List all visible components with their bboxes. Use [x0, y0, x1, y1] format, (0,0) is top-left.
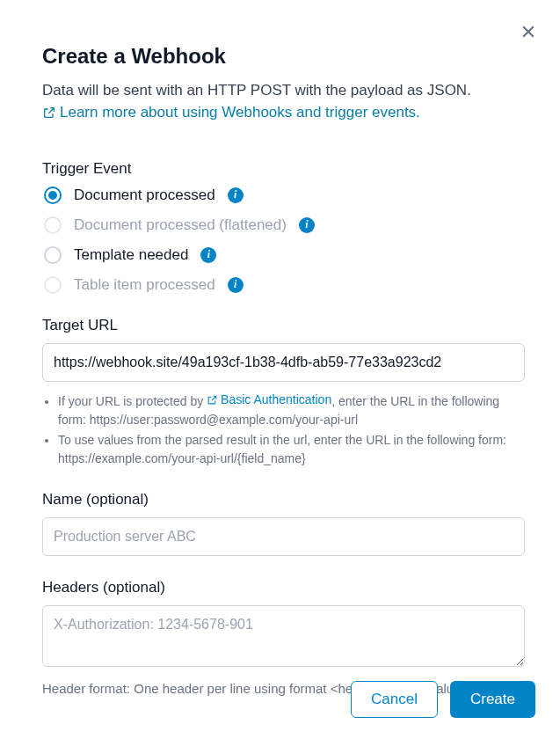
- target-url-input[interactable]: [42, 343, 525, 382]
- headers-textarea[interactable]: [42, 605, 525, 667]
- name-label: Name (optional): [42, 491, 525, 509]
- headers-label: Headers (optional): [42, 579, 525, 596]
- modal-footer: Cancel Create: [351, 681, 535, 718]
- info-icon[interactable]: i: [200, 247, 216, 263]
- radio-option-template-needed[interactable]: Template needed i: [44, 246, 525, 264]
- close-icon[interactable]: [518, 21, 539, 42]
- cancel-button[interactable]: Cancel: [351, 681, 438, 718]
- hint-parsed-values: To use values from the parsed result in …: [58, 431, 525, 468]
- radio-option-document-processed[interactable]: Document processed i: [44, 187, 525, 204]
- radio-icon: [44, 187, 62, 204]
- info-icon[interactable]: i: [228, 277, 244, 293]
- trigger-event-label: Trigger Event: [42, 160, 525, 178]
- external-link-icon: [42, 106, 56, 120]
- hint-basic-auth: If your URL is protected by Basic Authen…: [58, 391, 525, 429]
- radio-icon: [44, 276, 62, 294]
- modal-description: Data will be sent with an HTTP POST with…: [42, 79, 525, 102]
- target-url-hints: If your URL is protected by Basic Authen…: [42, 391, 525, 468]
- create-button[interactable]: Create: [450, 681, 535, 718]
- target-url-label: Target URL: [42, 317, 525, 334]
- modal-title: Create a Webhook: [42, 44, 525, 69]
- radio-option-table-item-processed: Table item processed i: [44, 276, 525, 294]
- radio-icon: [44, 246, 62, 264]
- trigger-event-radio-group: Document processed i Document processed …: [42, 187, 525, 294]
- create-webhook-modal: Create a Webhook Data will be sent with …: [0, 0, 560, 739]
- radio-label: Document processed: [74, 187, 215, 204]
- radio-option-document-processed-flattened: Document processed (flattened) i: [44, 216, 525, 234]
- info-icon[interactable]: i: [228, 187, 244, 203]
- name-input[interactable]: [42, 517, 525, 556]
- basic-auth-link[interactable]: Basic Authentication: [207, 391, 331, 409]
- learn-more-link[interactable]: Learn more about using Webhooks and trig…: [42, 104, 420, 121]
- radio-label: Template needed: [74, 246, 188, 264]
- info-icon[interactable]: i: [299, 217, 315, 233]
- external-link-icon: [207, 394, 218, 406]
- radio-label: Document processed (flattened): [74, 216, 287, 234]
- radio-label: Table item processed: [74, 276, 215, 294]
- radio-icon: [44, 216, 62, 234]
